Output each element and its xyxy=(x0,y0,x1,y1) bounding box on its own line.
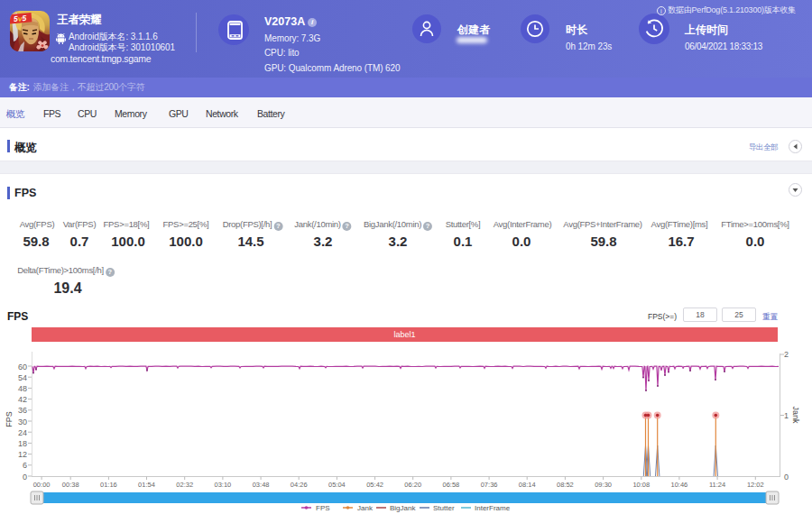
svg-text:12:02: 12:02 xyxy=(747,481,764,489)
svg-text:60: 60 xyxy=(18,363,27,372)
svg-text:5v5: 5v5 xyxy=(14,14,27,23)
svg-text:6: 6 xyxy=(23,461,27,470)
svg-text:Stutter: Stutter xyxy=(433,504,455,512)
svg-text:07:36: 07:36 xyxy=(481,481,498,489)
svg-text:48: 48 xyxy=(18,384,27,393)
svg-text:10:46: 10:46 xyxy=(671,481,688,489)
svg-text:54: 54 xyxy=(18,373,27,382)
svg-text:03:10: 03:10 xyxy=(215,481,232,489)
svg-text:01:16: 01:16 xyxy=(100,481,117,489)
svg-text:Jank: Jank xyxy=(791,406,800,424)
svg-text:0: 0 xyxy=(23,473,27,482)
svg-text:05:04: 05:04 xyxy=(328,481,346,489)
svg-text:2: 2 xyxy=(784,350,789,359)
svg-text:02:32: 02:32 xyxy=(176,481,193,489)
svg-text:30: 30 xyxy=(18,418,27,427)
svg-text:00:38: 00:38 xyxy=(62,481,79,489)
svg-text:36: 36 xyxy=(18,406,27,415)
svg-text:06:20: 06:20 xyxy=(404,481,421,489)
svg-text:04:26: 04:26 xyxy=(291,481,308,489)
svg-text:08:52: 08:52 xyxy=(557,481,574,489)
svg-text:00:00: 00:00 xyxy=(33,481,51,489)
svg-text:05:42: 05:42 xyxy=(366,481,383,489)
svg-text:InterFrame: InterFrame xyxy=(475,504,511,512)
svg-text:10:08: 10:08 xyxy=(632,481,650,489)
svg-text:11:24: 11:24 xyxy=(709,481,725,489)
svg-text:01:54: 01:54 xyxy=(138,481,155,489)
svg-text:06:58: 06:58 xyxy=(443,481,460,489)
svg-text:18: 18 xyxy=(18,439,27,448)
svg-text:Jank: Jank xyxy=(357,504,374,512)
svg-text:0: 0 xyxy=(784,473,789,482)
svg-text:42: 42 xyxy=(18,395,27,404)
svg-text:BigJank: BigJank xyxy=(390,504,416,512)
svg-text:24: 24 xyxy=(18,428,27,437)
svg-text:FPS: FPS xyxy=(316,504,330,512)
svg-text:09:30: 09:30 xyxy=(595,481,612,489)
svg-text:12: 12 xyxy=(18,450,27,459)
svg-text:08:14: 08:14 xyxy=(519,481,536,489)
svg-text:1: 1 xyxy=(784,411,789,420)
svg-text:03:48: 03:48 xyxy=(253,481,270,489)
svg-text:FPS: FPS xyxy=(5,411,14,427)
